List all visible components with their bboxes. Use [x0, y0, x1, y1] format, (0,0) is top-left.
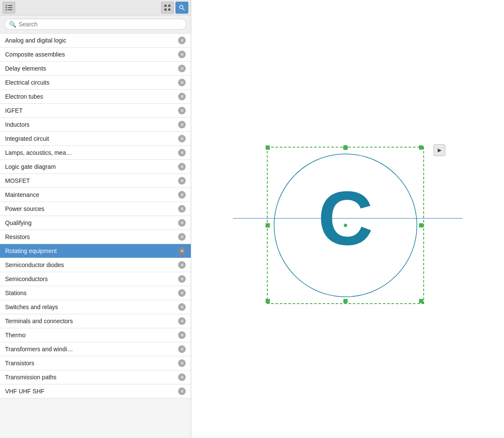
library-item-label: VHF UHF SHF	[5, 388, 178, 395]
remove-button[interactable]: ✕	[178, 107, 186, 114]
remove-button[interactable]: ✕	[178, 135, 186, 142]
list-view-button[interactable]	[3, 2, 15, 14]
library-item[interactable]: Terminals and connectors✕	[0, 314, 191, 328]
remove-button[interactable]: ✕	[178, 121, 186, 128]
remove-button[interactable]: ✕	[178, 373, 186, 381]
library-item-label: Semiconductors	[5, 276, 178, 282]
search-icon: 🔍	[9, 21, 16, 28]
library-list: Analog and digital logic✕Composite assem…	[0, 34, 191, 438]
component-svg: C	[267, 147, 424, 304]
library-item-label: Delay elements	[5, 65, 178, 72]
library-item[interactable]: IGFET✕	[0, 104, 191, 118]
library-item-label: Qualifying	[5, 219, 178, 226]
library-item[interactable]: Electron tubes✕	[0, 90, 191, 104]
library-item[interactable]: Resistors✕	[0, 230, 191, 244]
library-item-label: Maintenance	[5, 191, 178, 198]
library-item-label: Lamps, acoustics, mea…	[5, 149, 178, 156]
library-item-label: Thermo	[5, 332, 178, 338]
library-item[interactable]: VHF UHF SHF✕	[0, 384, 191, 398]
library-item[interactable]: Thermo✕	[0, 328, 191, 342]
library-item-label: Switches and relays	[5, 304, 178, 310]
library-item-label: Electrical circuits	[5, 79, 178, 86]
library-item[interactable]: Inductors✕	[0, 118, 191, 132]
svg-rect-3	[8, 7, 12, 8]
remove-button[interactable]: ✕	[178, 275, 186, 283]
remove-button[interactable]: ✕	[178, 387, 186, 395]
library-item-label: Terminals and connectors	[5, 318, 178, 324]
library-item-label: Electron tubes	[5, 93, 178, 100]
component-wrapper: C ▶	[267, 138, 428, 300]
svg-rect-5	[8, 9, 12, 10]
expand-button[interactable]: ▶	[433, 144, 445, 156]
library-item[interactable]: Maintenance✕	[0, 188, 191, 202]
library-item[interactable]: Stations✕	[0, 286, 191, 300]
remove-button[interactable]: ✕	[178, 51, 186, 58]
library-item-label: Transmission paths	[5, 374, 178, 381]
remove-button[interactable]: ✕	[178, 191, 186, 199]
library-item[interactable]: Integrated circuit✕	[0, 132, 191, 146]
library-item[interactable]: Power sources✕	[0, 202, 191, 216]
toolbar	[0, 0, 191, 15]
svg-point-14	[344, 224, 347, 227]
library-item[interactable]: Qualifying✕	[0, 216, 191, 230]
library-item[interactable]: Semiconductors✕	[0, 272, 191, 286]
library-item[interactable]: Switches and relays✕	[0, 300, 191, 314]
grid-view-button[interactable]	[161, 2, 174, 14]
remove-button[interactable]: ✕	[178, 317, 186, 325]
sidebar: 🔍 Analog and digital logic✕Composite ass…	[0, 0, 191, 438]
library-item[interactable]: Electrical circuits✕	[0, 76, 191, 90]
library-item-label: Transistors	[5, 360, 178, 367]
library-item-label: Analog and digital logic	[5, 37, 178, 44]
library-item-label: IGFET	[5, 107, 178, 114]
remove-button[interactable]: ✕	[178, 163, 186, 171]
svg-point-10	[180, 5, 183, 9]
remove-button[interactable]: ✕	[178, 247, 186, 255]
library-item[interactable]: Transistors✕	[0, 356, 191, 370]
remove-button[interactable]: ✕	[178, 359, 186, 367]
library-item-label: Stations	[5, 290, 178, 296]
library-item[interactable]: Transformers and windi…✕	[0, 342, 191, 356]
search-input-wrap: 🔍	[4, 19, 187, 30]
svg-rect-6	[164, 5, 167, 7]
library-item-label: Resistors	[5, 233, 178, 240]
library-item-label: Integrated circuit	[5, 135, 178, 142]
remove-button[interactable]: ✕	[178, 303, 186, 311]
library-item-label: Inductors	[5, 121, 178, 128]
library-item-label: Logic gate diagram	[5, 163, 178, 170]
library-item[interactable]: Delay elements✕	[0, 62, 191, 76]
arrow-icon: ▶	[438, 147, 442, 153]
remove-button[interactable]: ✕	[178, 37, 186, 44]
svg-text:C: C	[318, 175, 373, 261]
library-item[interactable]: MOSFET✕	[0, 174, 191, 188]
library-item-label: MOSFET	[5, 177, 178, 184]
library-item[interactable]: Analog and digital logic✕	[0, 34, 191, 48]
svg-rect-8	[164, 9, 167, 11]
search-input[interactable]	[19, 21, 182, 28]
library-item[interactable]: Rotating equipment✕	[0, 244, 191, 258]
search-container: 🔍	[0, 15, 191, 34]
library-item[interactable]: Logic gate diagram✕	[0, 160, 191, 174]
library-item-label: Power sources	[5, 205, 178, 212]
library-item[interactable]: Composite assemblies✕	[0, 48, 191, 62]
library-item[interactable]: Semiconductor diodes✕	[0, 258, 191, 272]
remove-button[interactable]: ✕	[178, 65, 186, 72]
svg-rect-9	[168, 9, 170, 11]
svg-line-11	[183, 8, 185, 10]
remove-button[interactable]: ✕	[178, 219, 186, 227]
remove-button[interactable]: ✕	[178, 261, 186, 269]
remove-button[interactable]: ✕	[178, 233, 186, 241]
library-item-label: Semiconductor diodes	[5, 262, 178, 268]
remove-button[interactable]: ✕	[178, 289, 186, 297]
search-button[interactable]	[176, 2, 188, 14]
remove-button[interactable]: ✕	[178, 177, 186, 185]
remove-button[interactable]: ✕	[178, 205, 186, 213]
remove-button[interactable]: ✕	[178, 79, 186, 86]
remove-button[interactable]: ✕	[178, 345, 186, 353]
remove-button[interactable]: ✕	[178, 149, 186, 156]
library-item-label: Rotating equipment	[5, 247, 178, 254]
remove-button[interactable]: ✕	[178, 331, 186, 339]
library-item[interactable]: Transmission paths✕	[0, 370, 191, 384]
svg-rect-0	[6, 5, 7, 6]
library-item[interactable]: Lamps, acoustics, mea…✕	[0, 146, 191, 160]
remove-button[interactable]: ✕	[178, 93, 186, 100]
